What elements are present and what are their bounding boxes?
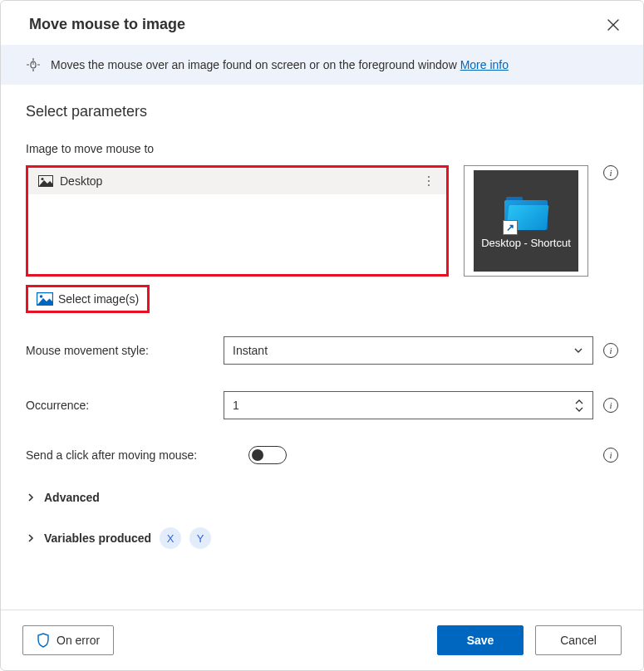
- info-icon[interactable]: i: [603, 343, 618, 358]
- image-preview: ↗ Desktop - Shortcut: [464, 165, 588, 277]
- label-image-to-move: Image to move mouse to: [26, 142, 618, 155]
- svg-point-2: [41, 178, 43, 180]
- advanced-expander[interactable]: Advanced: [26, 491, 618, 504]
- image-icon: [37, 292, 53, 306]
- shortcut-arrow-icon: ↗: [503, 220, 518, 235]
- dialog-footer: On error Save Cancel: [1, 610, 643, 670]
- on-error-button[interactable]: On error: [22, 625, 114, 655]
- toggle-knob: [252, 449, 263, 461]
- image-item-name: Desktop: [60, 174, 102, 188]
- select-images-label: Select image(s): [58, 292, 139, 306]
- row-occurrence: Occurrence: 1 i: [26, 391, 618, 419]
- occurrence-value: 1: [233, 399, 239, 412]
- preview-caption: Desktop - Shortcut: [481, 237, 571, 250]
- section-title: Select parameters: [26, 103, 618, 120]
- chevron-down-icon: [573, 345, 584, 356]
- label-movement-style: Mouse movement style:: [26, 344, 214, 357]
- info-icon[interactable]: i: [603, 165, 618, 180]
- occurrence-input[interactable]: 1: [224, 391, 593, 419]
- send-click-toggle[interactable]: [248, 446, 287, 464]
- info-banner-text: Moves the mouse over an image found on s…: [51, 58, 509, 71]
- image-item-content: Desktop: [38, 174, 102, 188]
- chevron-right-icon: [26, 533, 36, 543]
- variable-badge-y[interactable]: Y: [189, 527, 211, 549]
- folder-shortcut-icon: ↗: [504, 197, 548, 230]
- movement-style-value: Instant: [233, 344, 268, 357]
- mouse-target-icon: [26, 57, 41, 72]
- image-selection-row: Desktop ↗ Desktop - Shortcut i: [26, 165, 618, 277]
- dialog-title: Move mouse to image: [29, 16, 185, 33]
- advanced-label: Advanced: [44, 491, 100, 504]
- save-button[interactable]: Save: [437, 625, 524, 655]
- label-send-click: Send a click after moving mouse:: [26, 448, 238, 462]
- row-movement-style: Mouse movement style: Instant i: [26, 336, 618, 365]
- close-button[interactable]: [605, 17, 622, 33]
- movement-style-select[interactable]: Instant: [224, 336, 593, 365]
- info-banner: Moves the mouse over an image found on s…: [1, 45, 643, 85]
- row-send-click: Send a click after moving mouse: i: [26, 446, 618, 464]
- image-list-item[interactable]: Desktop: [28, 168, 446, 194]
- variable-badge-x[interactable]: X: [160, 527, 181, 549]
- select-images-button[interactable]: Select image(s): [26, 285, 150, 313]
- spinner-up-icon[interactable]: [574, 399, 584, 405]
- image-icon: [38, 175, 53, 187]
- info-icon[interactable]: i: [603, 398, 618, 413]
- variables-label: Variables produced: [44, 531, 151, 545]
- shield-icon: [37, 633, 50, 648]
- info-icon[interactable]: i: [603, 448, 618, 463]
- titlebar: Move mouse to image: [1, 1, 643, 45]
- footer-actions: Save Cancel: [437, 625, 622, 655]
- content-area: Select parameters Image to move mouse to…: [1, 85, 643, 610]
- cancel-button[interactable]: Cancel: [535, 625, 622, 655]
- label-occurrence: Occurrence:: [26, 399, 214, 412]
- number-spinners: [574, 399, 584, 413]
- dialog-move-mouse-to-image: Move mouse to image Moves the mouse over…: [0, 0, 644, 671]
- banner-text: Moves the mouse over an image found on s…: [51, 58, 460, 71]
- chevron-right-icon: [26, 492, 36, 502]
- preview-thumbnail: ↗ Desktop - Shortcut: [474, 170, 578, 272]
- more-info-link[interactable]: More info: [460, 58, 509, 71]
- image-list[interactable]: Desktop: [26, 165, 449, 277]
- spinner-down-icon[interactable]: [574, 406, 584, 413]
- image-item-menu-button[interactable]: [421, 176, 436, 186]
- variables-expander[interactable]: Variables produced X Y: [26, 527, 618, 549]
- close-icon: [607, 19, 619, 31]
- on-error-label: On error: [57, 634, 100, 647]
- svg-point-4: [40, 295, 43, 298]
